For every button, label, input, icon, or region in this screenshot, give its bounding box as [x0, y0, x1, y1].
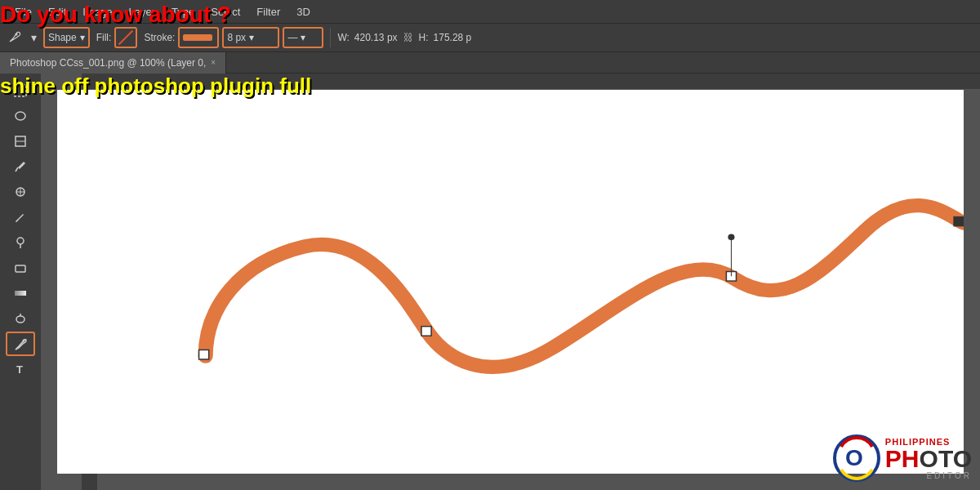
pen-tool-icon	[5, 29, 24, 47]
stroke-width-value: 8 px	[227, 32, 246, 43]
svg-rect-17	[199, 350, 209, 359]
fill-label: Fill:	[96, 32, 112, 43]
pen-tool-dropdown[interactable]: ▾	[28, 29, 40, 46]
path-svg	[57, 90, 964, 474]
stroke-color-picker[interactable]	[178, 27, 219, 48]
tab-title: Photoshop CCss_001.png @ 100% (Layer 0,	[10, 57, 206, 69]
crop-tool[interactable]	[6, 129, 35, 154]
tab-close-button[interactable]: ×	[211, 58, 216, 67]
svg-point-13	[16, 316, 24, 323]
width-value: 420.13 px	[354, 32, 398, 43]
stroke-label: Stroke:	[144, 32, 175, 43]
eyedropper-tool[interactable]	[6, 154, 35, 179]
shape-mode-select[interactable]: Shape ▾	[43, 27, 90, 48]
menu-bar: File Edit Image Layer Type Select Filter…	[0, 0, 980, 23]
logo-text: PHILIPPINES PHOTO EDITOR	[885, 437, 972, 480]
svg-point-0	[16, 33, 18, 35]
menu-3d[interactable]: 3D	[288, 3, 318, 20]
svg-rect-22	[954, 216, 964, 226]
height-label: H:	[419, 32, 429, 43]
document-canvas[interactable]	[57, 90, 964, 474]
shape-mode-label: Shape	[48, 32, 77, 43]
pen-tool[interactable]	[6, 332, 35, 356]
height-value: 175.28 p	[434, 32, 472, 43]
stroke-width-chevron: ▾	[249, 32, 254, 43]
dodge-tool[interactable]	[6, 306, 35, 331]
tab-bar: Photoshop CCss_001.png @ 100% (Layer 0, …	[0, 52, 980, 74]
gradient-tool[interactable]	[6, 281, 35, 305]
logo-circle-icon: O	[833, 434, 880, 482]
width-label: W:	[337, 32, 349, 43]
separator-1	[330, 28, 331, 47]
menu-image[interactable]: Image	[74, 3, 120, 20]
stroke-style-select[interactable]: — ▾	[283, 27, 323, 48]
horizontal-ruler	[82, 74, 980, 90]
svg-point-15	[23, 340, 25, 342]
logo-editor-label: EDITOR	[885, 471, 972, 480]
lasso-tool[interactable]	[6, 104, 35, 128]
logo: O PHILIPPINES PHOTO EDITOR	[833, 434, 972, 482]
main-area: T	[0, 74, 980, 490]
stroke-width-input[interactable]: 8 px ▾	[222, 27, 279, 48]
left-toolbar: T	[0, 74, 41, 490]
menu-type[interactable]: Type	[163, 3, 203, 20]
brush-tool[interactable]	[6, 205, 35, 229]
eraser-tool[interactable]	[6, 256, 35, 280]
svg-rect-11	[16, 265, 25, 272]
type-tool[interactable]: T	[6, 357, 35, 381]
svg-point-21	[728, 234, 734, 240]
svg-rect-1	[15, 85, 26, 96]
link-dimensions-icon[interactable]: ⛓	[403, 32, 413, 43]
svg-line-5	[16, 167, 18, 172]
svg-text:O: O	[845, 445, 863, 470]
stroke-style-line: —	[287, 32, 297, 43]
fill-color-picker[interactable]	[114, 27, 137, 48]
svg-point-9	[17, 238, 24, 244]
menu-select[interactable]: Select	[203, 3, 248, 20]
toolbar: ▾ Shape ▾ Fill: Stroke: 8 px ▾ — ▾ W: 42…	[0, 23, 980, 52]
rectangular-marquee-tool[interactable]	[6, 78, 35, 103]
svg-text:T: T	[16, 363, 23, 376]
menu-edit[interactable]: Edit	[40, 3, 74, 20]
svg-point-2	[16, 112, 25, 120]
healing-brush-tool[interactable]	[6, 180, 35, 204]
canvas-area: O PHILIPPINES PHOTO EDITOR	[41, 74, 980, 490]
stroke-style-chevron: ▾	[301, 32, 305, 43]
svg-rect-12	[15, 291, 26, 296]
document-tab[interactable]: Photoshop CCss_001.png @ 100% (Layer 0, …	[0, 52, 226, 74]
menu-filter[interactable]: Filter	[248, 3, 288, 20]
menu-file[interactable]: File	[7, 3, 40, 20]
menu-layer[interactable]: Layer	[121, 3, 164, 20]
logo-photo-label: PHOTO	[885, 447, 972, 471]
shape-mode-chevron: ▾	[80, 32, 85, 43]
svg-rect-18	[421, 327, 431, 336]
clone-stamp-tool[interactable]	[6, 230, 35, 255]
